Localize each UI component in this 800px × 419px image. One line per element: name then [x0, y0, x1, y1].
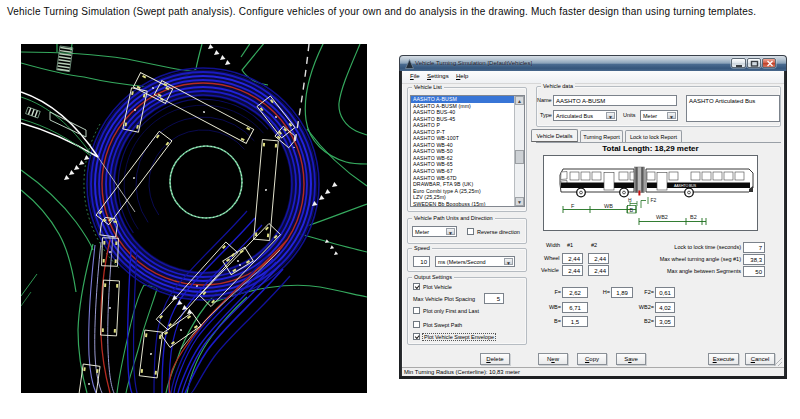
svg-text:WB2: WB2	[656, 214, 668, 220]
svg-text:B2: B2	[690, 214, 697, 220]
svg-text:F2: F2	[651, 197, 657, 203]
svg-text:F: F	[571, 203, 575, 209]
svg-text:WB: WB	[604, 203, 613, 209]
svg-text:B: B	[630, 207, 634, 213]
svg-text:AASHTO BUS: AASHTO BUS	[674, 184, 697, 188]
